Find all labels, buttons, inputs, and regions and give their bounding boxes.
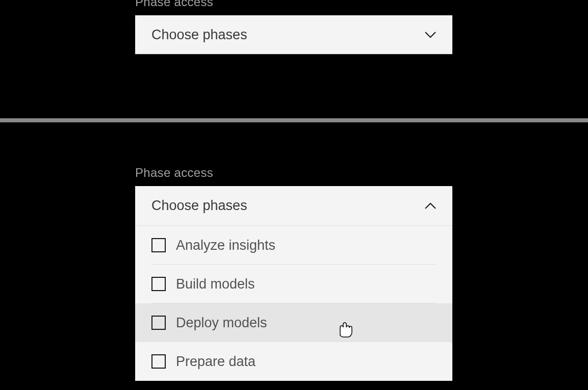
option-label: Deploy models (176, 315, 267, 331)
dropdown-placeholder: Choose phases (151, 27, 247, 43)
section-divider (0, 118, 588, 122)
dropdown-placeholder: Choose phases (151, 198, 247, 214)
dropdown-menu: Analyze insights Build models Deploy mod… (135, 226, 452, 381)
option-label: Analyze insights (176, 238, 275, 253)
option-label: Build models (176, 276, 255, 292)
option-prepare-data[interactable]: Prepare data (135, 342, 452, 381)
option-analyze-insights[interactable]: Analyze insights (135, 226, 452, 265)
option-deploy-models[interactable]: Deploy models (135, 303, 452, 342)
phase-dropdown-closed: Choose phases (135, 15, 452, 55)
dropdown-trigger[interactable]: Choose phases (135, 15, 452, 55)
option-label: Prepare data (176, 354, 255, 370)
phase-dropdown-open: Choose phases Analyze insights Build mod… (135, 186, 452, 381)
chevron-down-icon (425, 29, 436, 40)
checkbox[interactable] (151, 354, 166, 369)
section-open: Phase access Choose phases Analyze insig… (0, 122, 588, 390)
field-label: Phase access (135, 0, 452, 9)
checkbox[interactable] (151, 238, 166, 252)
field-label: Phase access (135, 166, 452, 180)
phase-access-field-open: Phase access Choose phases Analyze insig… (135, 166, 452, 381)
section-closed: Phase access Choose phases (0, 0, 588, 118)
dropdown-trigger[interactable]: Choose phases (135, 186, 452, 226)
option-build-models[interactable]: Build models (135, 265, 452, 303)
chevron-up-icon (425, 200, 436, 212)
checkbox[interactable] (151, 277, 166, 291)
checkbox[interactable] (151, 316, 166, 330)
phase-access-field-closed: Phase access Choose phases (135, 0, 452, 55)
